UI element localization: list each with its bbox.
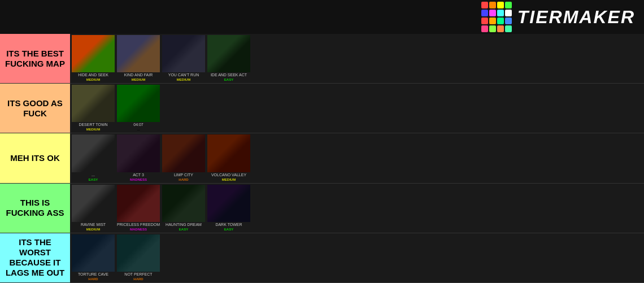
card-title: ... [71, 172, 115, 177]
card-image [117, 35, 160, 72]
card-title: TORTURE CAVE [71, 272, 115, 277]
card-title: KIND AND FAIR [116, 72, 160, 77]
tier-content-d: TORTURE CAVEHARDNOT PERFECTHARD [70, 233, 644, 282]
tier-card[interactable]: DESERT TOWNMEDIUM [71, 85, 115, 132]
tier-card[interactable]: HIDE AND SEEKMEDIUM [71, 35, 115, 82]
card-difficulty: MEDIUM [116, 77, 160, 82]
card-title: DESERT TOWN [71, 122, 115, 127]
card-title: RAVINE MIST [71, 222, 115, 227]
card-title: NOT PERFECT [116, 272, 160, 277]
card-image [207, 134, 250, 172]
tier-row-d: ITS THE WORST BECAUSE IT LAGS ME OUTTORT… [0, 233, 644, 283]
tier-card[interactable]: ...EASY [71, 134, 115, 181]
card-difficulty: EASY [71, 177, 115, 182]
card-difficulty: MADNESS [116, 177, 160, 182]
card-difficulty: HARD [116, 277, 160, 281]
tiermaker-logo: TiERMAKER [481, 2, 635, 32]
card-difficulty: MEDIUM [207, 177, 251, 182]
tier-label-a: ITS GOOD AS FUCK [0, 84, 70, 133]
card-title: 04:07 [116, 122, 160, 127]
card-difficulty: MADNESS [116, 227, 160, 232]
tier-row-s: ITS THE BEST FUCKING MAPHIDE AND SEEKMED… [0, 34, 644, 84]
header: TiERMAKER [0, 0, 644, 34]
card-image [117, 85, 160, 122]
card-image [72, 85, 115, 122]
card-difficulty: EASY [207, 227, 251, 232]
tier-card[interactable]: KIND AND FAIRMEDIUM [116, 35, 160, 82]
tier-card[interactable]: LIMP CITYHARD [162, 134, 206, 181]
tier-row-b: MEH ITS OK...EASYACT 3MADNESSLIMP CITYHA… [0, 133, 644, 183]
card-title: IDE AND SEEK ACT [207, 72, 251, 77]
card-title: LIMP CITY [162, 172, 206, 177]
tier-label-c: THIS IS FUCKING ASS [0, 184, 70, 233]
logo-text: TiERMAKER [517, 7, 635, 28]
card-image [117, 134, 160, 172]
card-image [72, 185, 115, 222]
card-difficulty: MEDIUM [71, 127, 115, 132]
tier-card[interactable]: PRICELESS FREEDOMMADNESS [116, 185, 160, 232]
tier-label-s: ITS THE BEST FUCKING MAP [0, 34, 70, 83]
card-title: ACT 3 [116, 172, 160, 177]
card-difficulty: EASY [207, 77, 251, 82]
tier-card[interactable]: RAVINE MISTMEDIUM [71, 185, 115, 232]
tier-content-s: HIDE AND SEEKMEDIUMKIND AND FAIRMEDIUMYO… [70, 34, 644, 83]
card-image [207, 35, 250, 72]
tier-label-d: ITS THE WORST BECAUSE IT LAGS ME OUT [0, 233, 70, 282]
card-difficulty: EASY [162, 227, 206, 232]
card-title: DARK TOWER [207, 222, 251, 227]
card-image [162, 185, 205, 222]
tier-card[interactable]: 04:07... [116, 85, 160, 132]
card-difficulty: MEDIUM [162, 77, 206, 82]
tier-card[interactable]: NOT PERFECTHARD [116, 234, 160, 281]
tier-table: ITS THE BEST FUCKING MAPHIDE AND SEEKMED… [0, 34, 644, 283]
card-image [72, 35, 115, 72]
card-difficulty: ... [116, 127, 160, 132]
tier-card[interactable]: VOLCANO VALLEYMEDIUM [207, 134, 251, 181]
card-difficulty: MEDIUM [71, 227, 115, 232]
tier-row-c: THIS IS FUCKING ASSRAVINE MISTMEDIUMPRIC… [0, 184, 644, 233]
logo-grid [481, 2, 512, 32]
tier-content-b: ...EASYACT 3MADNESSLIMP CITYHARDVOLCANO … [70, 133, 644, 182]
card-image [117, 234, 160, 272]
tier-label-b: MEH ITS OK [0, 133, 70, 182]
card-image [117, 185, 160, 222]
card-title: HIDE AND SEEK [71, 72, 115, 77]
tier-card[interactable]: HAUNTING DREAMEASY [162, 185, 206, 232]
tier-card[interactable]: ACT 3MADNESS [116, 134, 160, 181]
card-title: HAUNTING DREAM [162, 222, 206, 227]
tier-card[interactable]: TORTURE CAVEHARD [71, 234, 115, 281]
tier-card[interactable]: YOU CAN'T RUNMEDIUM [162, 35, 206, 82]
card-title: VOLCANO VALLEY [207, 172, 251, 177]
card-image [162, 134, 205, 172]
card-image [72, 234, 115, 272]
tier-content-c: RAVINE MISTMEDIUMPRICELESS FREEDOMMADNES… [70, 184, 644, 233]
card-image [72, 134, 115, 172]
tier-card[interactable]: IDE AND SEEK ACTEASY [207, 35, 251, 82]
card-difficulty: MEDIUM [71, 77, 115, 82]
card-image [162, 35, 205, 72]
tier-content-a: DESERT TOWNMEDIUM04:07... [70, 84, 644, 133]
card-title: PRICELESS FREEDOM [116, 222, 160, 227]
card-image [207, 185, 250, 222]
tier-card[interactable]: DARK TOWEREASY [207, 185, 251, 232]
card-title: YOU CAN'T RUN [162, 72, 206, 77]
tier-row-a: ITS GOOD AS FUCKDESERT TOWNMEDIUM04:07..… [0, 84, 644, 133]
card-difficulty: HARD [71, 277, 115, 281]
card-difficulty: HARD [162, 177, 206, 182]
